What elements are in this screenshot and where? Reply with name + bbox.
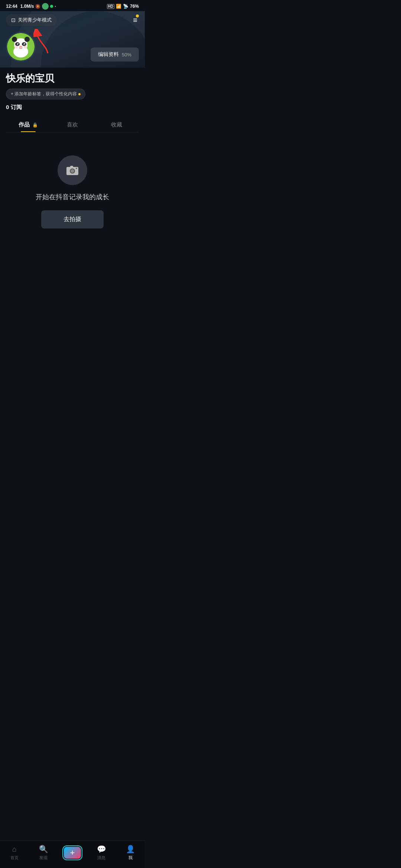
svg-point-4 [12, 37, 17, 42]
svg-point-14 [24, 46, 27, 49]
youth-mode-label: 关闭青少年模式 [18, 17, 52, 23]
wifi-icon: 📡 [123, 4, 128, 9]
status-bar: 12:44 1.0M/s 🔕 · HD 📶 📡 76% [0, 0, 145, 11]
avatar-small-icon [42, 3, 49, 10]
profile-row: 编辑资料 50% [6, 32, 139, 68]
tab-works-label: 作品 [19, 121, 30, 128]
age-tag-button[interactable]: + 添加年龄标签，获得个性化内容 [6, 89, 85, 99]
svg-point-11 [25, 44, 26, 45]
status-left: 12:44 1.0M/s 🔕 · [6, 3, 56, 10]
youth-mode-button[interactable]: ⊡ 关闭青少年模式 [6, 14, 57, 26]
edit-profile-button[interactable]: 编辑资料 50% [91, 47, 139, 62]
svg-rect-18 [70, 166, 73, 168]
subscribe-label: 订阅 [11, 104, 22, 110]
empty-title: 开始在抖音记录我的成长 [36, 193, 109, 201]
svg-point-17 [71, 169, 74, 172]
age-tag-label: + 添加年龄标签，获得个性化内容 [11, 91, 77, 97]
content-area: 开始在抖音记录我的成长 去拍摄 [0, 132, 145, 244]
edit-progress: 50% [122, 52, 131, 57]
dot-separator: · [55, 4, 56, 9]
profile-info: 快乐的宝贝 + 添加年龄标签，获得个性化内容 0 订阅 作品 🔒 喜欢 收藏 [0, 68, 145, 132]
green-dot-status [50, 5, 53, 8]
subscribe-count: 0 订阅 [6, 104, 139, 111]
avatar [6, 32, 36, 62]
tab-favorites-label: 收藏 [111, 121, 122, 128]
status-right: HD 📶 📡 76% [107, 4, 139, 9]
network-speed: 1.0M/s [20, 4, 34, 9]
svg-point-13 [15, 46, 18, 49]
top-nav: ⊡ 关闭青少年模式 ≡ [6, 14, 139, 26]
shoot-label: 去拍摄 [63, 216, 81, 222]
menu-badge [136, 14, 139, 17]
menu-button[interactable]: ≡ [131, 14, 139, 26]
camera-icon [65, 163, 79, 177]
tabs-row: 作品 🔒 喜欢 收藏 [6, 117, 139, 132]
username: 快乐的宝贝 [6, 72, 139, 85]
battery-level: 76% [130, 4, 139, 9]
shoot-button[interactable]: 去拍摄 [41, 210, 104, 228]
svg-point-12 [19, 46, 22, 48]
youth-mode-icon: ⊡ [11, 17, 16, 23]
hd-label: HD [107, 4, 114, 9]
avatar-image [7, 33, 35, 60]
svg-point-19 [76, 168, 77, 169]
tab-favorites[interactable]: 收藏 [95, 117, 139, 132]
header-section: ⊡ 关闭青少年模式 ≡ [0, 11, 145, 68]
orange-dot [78, 93, 81, 95]
notification-icon: 🔕 [35, 4, 40, 9]
camera-circle [58, 155, 87, 185]
lock-icon: 🔒 [32, 122, 38, 128]
svg-point-10 [18, 44, 19, 45]
tab-likes-label: 喜欢 [67, 121, 78, 128]
edit-profile-label: 编辑资料 [98, 51, 119, 58]
signal-icon: 📶 [116, 4, 121, 9]
subscribe-number: 0 [6, 104, 9, 110]
tab-likes[interactable]: 喜欢 [50, 117, 94, 132]
time: 12:44 [6, 4, 17, 9]
tab-works[interactable]: 作品 🔒 [6, 117, 50, 132]
svg-point-5 [25, 37, 30, 42]
